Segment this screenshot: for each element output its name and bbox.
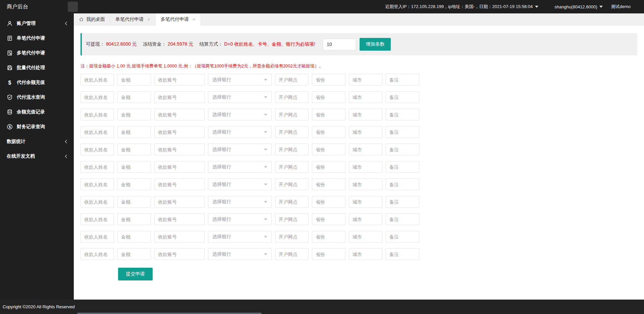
sidebar-item-financial-records-query[interactable]: $财务记录查询 xyxy=(0,119,74,134)
payee-name-input[interactable] xyxy=(80,161,114,173)
city-input[interactable] xyxy=(349,213,382,225)
account-number-input[interactable] xyxy=(154,74,205,86)
branch-input[interactable] xyxy=(275,144,309,155)
remark-input[interactable] xyxy=(386,109,419,120)
demo-link[interactable]: 测试demo xyxy=(611,4,631,10)
city-input[interactable] xyxy=(349,178,382,190)
amount-input[interactable] xyxy=(117,109,151,120)
bank-select[interactable]: 选择银行 xyxy=(208,144,272,155)
remark-input[interactable] xyxy=(386,178,419,190)
payee-name-input[interactable] xyxy=(80,91,114,103)
province-input[interactable] xyxy=(312,109,345,120)
province-input[interactable] xyxy=(312,91,345,103)
payee-name-input[interactable] xyxy=(80,126,114,138)
payee-name-input[interactable] xyxy=(80,231,114,243)
amount-input[interactable] xyxy=(117,248,151,260)
sidebar-item-online-dev-docs[interactable]: 在线开发文档 xyxy=(0,149,74,164)
city-input[interactable] xyxy=(349,231,382,243)
branch-input[interactable] xyxy=(275,161,309,173)
branch-input[interactable] xyxy=(275,109,309,120)
account-number-input[interactable] xyxy=(154,126,205,138)
province-input[interactable] xyxy=(312,196,345,208)
sidebar-item-multi-payment-request[interactable]: 多笔代付申请 xyxy=(0,46,74,60)
payee-name-input[interactable] xyxy=(80,178,114,190)
branch-input[interactable] xyxy=(275,91,309,103)
branch-input[interactable] xyxy=(275,248,309,260)
branch-input[interactable] xyxy=(275,196,309,208)
sidebar-toggle-button[interactable] xyxy=(68,2,78,12)
sidebar-item-data-statistics[interactable]: 数据统计 xyxy=(0,134,74,149)
close-icon[interactable]: × xyxy=(193,17,196,22)
amount-input[interactable] xyxy=(117,91,151,103)
city-input[interactable] xyxy=(349,91,382,103)
bank-select[interactable]: 选择银行 xyxy=(208,231,272,243)
payee-name-input[interactable] xyxy=(80,144,114,155)
account-number-input[interactable] xyxy=(154,91,205,103)
bank-select[interactable]: 选择银行 xyxy=(208,178,272,190)
branch-input[interactable] xyxy=(275,231,309,243)
branch-input[interactable] xyxy=(275,213,309,225)
remark-input[interactable] xyxy=(386,74,419,86)
bank-select[interactable]: 选择银行 xyxy=(208,196,272,208)
remark-input[interactable] xyxy=(386,196,419,208)
horizontal-scrollbar[interactable] xyxy=(77,313,262,314)
bank-select[interactable]: 选择银行 xyxy=(208,74,272,86)
province-input[interactable] xyxy=(312,231,345,243)
account-number-input[interactable] xyxy=(154,178,205,190)
remark-input[interactable] xyxy=(386,161,419,173)
payee-name-input[interactable] xyxy=(80,248,114,260)
city-input[interactable] xyxy=(349,144,382,155)
city-input[interactable] xyxy=(349,248,382,260)
province-input[interactable] xyxy=(312,126,345,138)
sidebar-item-batch-payment-processing[interactable]: 批量代付处理 xyxy=(0,60,74,75)
payee-name-input[interactable] xyxy=(80,196,114,208)
sidebar-item-account-management[interactable]: 账户管理 xyxy=(0,16,74,31)
add-rows-button[interactable]: 增加条数 xyxy=(360,38,391,51)
province-input[interactable] xyxy=(312,248,345,260)
account-number-input[interactable] xyxy=(154,213,205,225)
city-input[interactable] xyxy=(349,126,382,138)
sidebar-item-single-payment-request[interactable]: 单笔代付申请 xyxy=(0,31,74,46)
amount-input[interactable] xyxy=(117,213,151,225)
amount-input[interactable] xyxy=(117,196,151,208)
tab-single-payment[interactable]: 单笔代付申请× xyxy=(110,13,156,25)
bank-select[interactable]: 选择银行 xyxy=(208,213,272,225)
close-icon[interactable]: × xyxy=(147,17,150,22)
province-input[interactable] xyxy=(312,74,345,86)
remark-input[interactable] xyxy=(386,126,419,138)
sidebar-item-payment-flow-query[interactable]: 代付流水查询 xyxy=(0,90,74,105)
province-input[interactable] xyxy=(312,178,345,190)
row-count-input[interactable] xyxy=(323,39,356,50)
branch-input[interactable] xyxy=(275,74,309,86)
submit-request-button[interactable]: 提交申请 xyxy=(118,268,153,280)
login-info-dropdown[interactable]: 近期登入IP：172.105.228.199，ip地址：美国-，日期：2021-… xyxy=(385,4,538,10)
city-input[interactable] xyxy=(349,196,382,208)
branch-input[interactable] xyxy=(275,178,309,190)
city-input[interactable] xyxy=(349,161,382,173)
account-number-input[interactable] xyxy=(154,161,205,173)
account-number-input[interactable] xyxy=(154,231,205,243)
account-number-input[interactable] xyxy=(154,248,205,260)
account-number-input[interactable] xyxy=(154,144,205,155)
sidebar-item-balance-recharge-records[interactable]: 余额充值记录 xyxy=(0,105,74,119)
sidebar-item-payment-balance-recharge[interactable]: $代付余额充值 xyxy=(0,75,74,90)
province-input[interactable] xyxy=(312,161,345,173)
tab-my-desktop[interactable]: 我的桌面 xyxy=(74,13,110,25)
bank-select[interactable]: 选择银行 xyxy=(208,91,272,103)
bank-select[interactable]: 选择银行 xyxy=(208,248,272,260)
amount-input[interactable] xyxy=(117,126,151,138)
remark-input[interactable] xyxy=(386,144,419,155)
branch-input[interactable] xyxy=(275,126,309,138)
remark-input[interactable] xyxy=(386,91,419,103)
account-number-input[interactable] xyxy=(154,109,205,120)
amount-input[interactable] xyxy=(117,74,151,86)
city-input[interactable] xyxy=(349,74,382,86)
bank-select[interactable]: 选择银行 xyxy=(208,161,272,173)
amount-input[interactable] xyxy=(117,178,151,190)
amount-input[interactable] xyxy=(117,161,151,173)
payee-name-input[interactable] xyxy=(80,213,114,225)
tab-multi-payment[interactable]: 多笔代付申请× xyxy=(156,13,201,25)
bank-select[interactable]: 选择银行 xyxy=(208,126,272,138)
remark-input[interactable] xyxy=(386,213,419,225)
user-menu-dropdown[interactable]: shanghu(80412.6000) xyxy=(554,4,603,9)
